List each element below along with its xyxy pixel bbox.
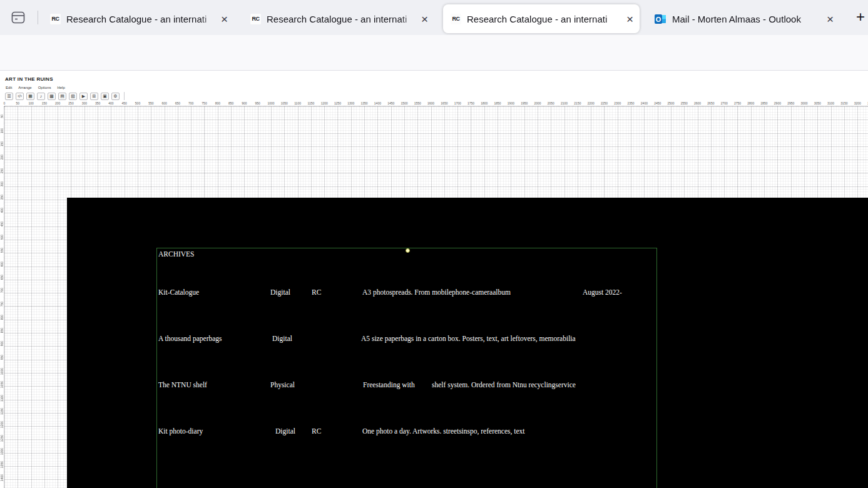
tab-research-catalogue-active[interactable]: RC Research Catalogue - an internati ×: [443, 4, 640, 33]
vertical-ruler: 5010015020025030035040045050055060065070…: [0, 106, 4, 488]
svg-text:O: O: [656, 15, 661, 23]
navigation-toolbar: ← → ⟳ https://www.researchcatalogue.net/…: [0, 35, 868, 71]
grid-tool[interactable]: ⊞: [90, 93, 98, 100]
tabbar-separator: [38, 11, 38, 24]
rc-favicon: RC: [250, 14, 261, 24]
tab-close-icon[interactable]: ×: [827, 13, 834, 25]
row-title: A thousand paperbags: [158, 335, 222, 342]
rc-favicon: RC: [451, 14, 461, 24]
editor-menubar: Edit Arrange Options Help: [6, 86, 65, 89]
tab-outlook-mail[interactable]: O Mail - Morten Almaas - Outlook ×: [647, 4, 840, 33]
menu-options[interactable]: Options: [38, 86, 51, 89]
text-tool[interactable]: ☰: [5, 93, 13, 100]
menu-arrange[interactable]: Arrange: [18, 86, 31, 89]
tab-title: Research Catalogue - an internati: [66, 14, 218, 24]
selected-text-block[interactable]: [156, 248, 657, 488]
block-resize-handle[interactable]: [406, 248, 410, 253]
slideshow-tool[interactable]: ▤: [58, 93, 66, 100]
firefox-view-button[interactable]: [9, 9, 28, 26]
tab-research-catalogue-2[interactable]: RC Research Catalogue - an internati ×: [243, 4, 434, 33]
row-description: Freestanding with: [363, 381, 415, 389]
horizontal-ruler: 0501001502002503003504004505005506006507…: [4, 101, 868, 106]
html-tool[interactable]: ‹/›: [16, 93, 24, 100]
tab-close-icon[interactable]: ×: [626, 13, 633, 25]
tab-title: Research Catalogue - an internati: [267, 14, 419, 24]
toolbar-separator: [124, 92, 125, 100]
row-description: A3 photospreads. From mobilephone-camera…: [362, 288, 511, 296]
note-tool[interactable]: ▣: [101, 93, 109, 100]
outlook-icon: O: [655, 14, 666, 24]
tab-research-catalogue-1[interactable]: RC Research Catalogue - an internati ×: [43, 4, 234, 33]
tab-title: Research Catalogue - an internati: [467, 14, 624, 24]
editor-toolbar: ☰‹/›▦♪▩▤▧▶⊞▣⚙: [5, 92, 125, 100]
video-tool[interactable]: ▩: [48, 93, 56, 100]
row-description: One photo a day. Artworks. streetsinspo,…: [362, 427, 525, 435]
row-medium: Digital: [270, 288, 290, 296]
exposition-title: ART IN THE RUINS: [5, 76, 53, 82]
settings-tool[interactable]: ⚙: [111, 93, 120, 100]
firefox-view-icon: [11, 11, 25, 24]
audio-tool[interactable]: ♪: [37, 93, 45, 100]
tab-close-icon[interactable]: ×: [221, 13, 228, 25]
tab-bar: RC Research Catalogue - an internati × R…: [0, 0, 868, 35]
new-tab-button[interactable]: +: [851, 8, 868, 27]
pdf-tool[interactable]: ▧: [69, 93, 77, 100]
play-tool[interactable]: ▶: [79, 93, 88, 100]
archives-heading: ARCHIVES: [158, 250, 195, 258]
row-description: A5 size paperbags in a carton box. Poste…: [361, 335, 576, 342]
picture-tool[interactable]: ▦: [26, 93, 34, 100]
row-description2: shelf system. Ordered from Ntnu recyclin…: [432, 381, 576, 389]
row-medium: Physical: [270, 381, 295, 389]
row-title: Kit photo-diary: [158, 427, 203, 435]
row-location: RC: [312, 427, 321, 435]
tab-title: Mail - Morten Almaas - Outlook: [672, 14, 824, 24]
row-location: RC: [312, 288, 321, 296]
tab-close-icon[interactable]: ×: [421, 13, 428, 25]
rc-favicon: RC: [50, 14, 61, 24]
row-title: Kit-Catalogue: [158, 288, 199, 296]
row-title: The NTNU shelf: [158, 381, 207, 389]
row-date: August 2022-: [583, 288, 622, 296]
rc-editor-page: ART IN THE RUINS Edit Arrange Options He…: [0, 71, 868, 488]
menu-edit[interactable]: Edit: [6, 86, 12, 89]
menu-help[interactable]: Help: [57, 86, 64, 89]
row-medium: Digital: [272, 335, 292, 342]
row-medium: Digital: [275, 427, 295, 435]
